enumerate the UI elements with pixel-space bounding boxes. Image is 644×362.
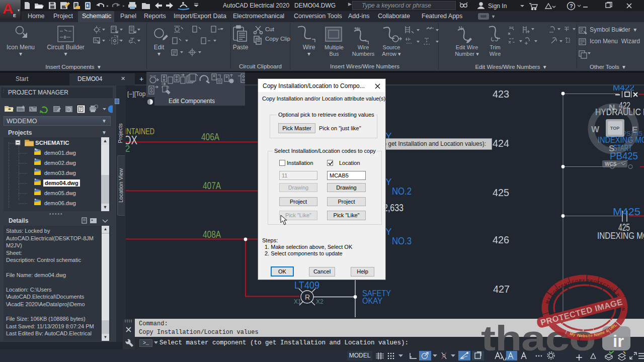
svg-text:426: 426 <box>493 234 509 245</box>
svg-text:TOP: TOP <box>610 126 619 131</box>
svg-text:N: N <box>609 103 615 113</box>
svg-text:[−][Top: [−][Top <box>127 90 146 98</box>
svg-text:INDEXING MOTO: INDEXING MOTO <box>597 231 644 241</box>
svg-text:423: 423 <box>493 88 509 100</box>
svg-text:OKAY: OKAY <box>362 296 382 306</box>
svg-text:X1: X1 <box>294 298 301 305</box>
svg-text:W: W <box>591 125 600 134</box>
svg-text:X2: X2 <box>316 298 324 305</box>
svg-text:407A: 407A <box>203 180 221 191</box>
svg-text:INTAINED: INTAINED <box>126 127 154 136</box>
svg-text:NO.3: NO.3 <box>392 235 412 246</box>
svg-text:Y: Y <box>385 226 392 237</box>
svg-text:SCHEMATIC: SCHEMATIC <box>35 140 69 146</box>
svg-text:S: S <box>609 144 614 153</box>
svg-text:Sign In: Sign In <box>488 3 507 10</box>
svg-text:?: ? <box>570 3 573 9</box>
svg-text:WCS: WCS <box>605 161 617 167</box>
svg-text:Y: Y <box>385 176 392 187</box>
svg-text:PROTECTED IMAGE: PROTECTED IMAGE <box>539 297 623 327</box>
svg-text:R: R <box>305 293 310 301</box>
svg-text:424: 424 <box>493 138 509 149</box>
svg-text:NO.2: NO.2 <box>392 186 412 197</box>
svg-text:408A: 408A <box>203 229 221 240</box>
svg-text:427: 427 <box>493 284 510 295</box>
svg-text:406A: 406A <box>201 131 220 142</box>
svg-text:LT409: LT409 <box>294 280 319 291</box>
svg-text:M425: M425 <box>613 206 640 217</box>
svg-text:2,633: 2,633 <box>383 202 404 213</box>
svg-text:425: 425 <box>493 187 509 198</box>
svg-text:2: 2 <box>126 143 130 154</box>
